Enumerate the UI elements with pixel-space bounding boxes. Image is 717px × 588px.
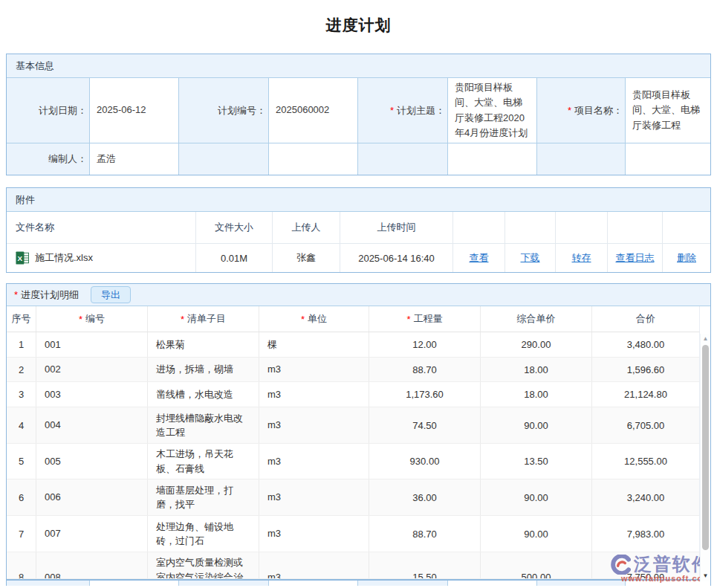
- cell-seq: 2: [7, 358, 36, 381]
- file-row-size: 0.01M: [196, 244, 273, 272]
- basic-info-header: 基本信息: [7, 54, 710, 78]
- file-row-uploader: 张鑫: [273, 244, 340, 272]
- cell-price: 13.50: [481, 444, 592, 479]
- file-action-cell: 删除: [663, 244, 710, 272]
- table-row: 8 008 室内空气质量检测或室内空气污染综合治理； m3 15.50 500.…: [7, 552, 700, 579]
- detail-table-header: 序号 * 编号 * 清单子目 * 单位 * 工程量 综合单价 合价: [7, 306, 700, 332]
- cell-code: 006: [36, 479, 148, 515]
- cell-price: 18.00: [481, 382, 592, 407]
- detail-scrollbar[interactable]: ▲ ▼: [700, 334, 710, 581]
- cell-total: 21,124.80: [592, 382, 699, 407]
- col-action-empty: [608, 212, 663, 244]
- col-file-size: 文件大小: [196, 212, 273, 244]
- cell-code: 004: [36, 407, 148, 443]
- basic-info-grid: 计划日期： 2025-06-12 计划编号： 2025060002 * 计划主题…: [7, 78, 710, 175]
- export-button[interactable]: 导出: [91, 286, 131, 303]
- cell-unit: m3: [259, 516, 369, 552]
- scrollbar-down-icon[interactable]: ▼: [701, 572, 710, 581]
- file-action-cell: 转存: [556, 244, 608, 272]
- file-action-cell: 查看日志: [608, 244, 663, 272]
- cell-seq: 8: [7, 552, 36, 579]
- file-row-name: X 施工情况.xlsx: [7, 244, 196, 272]
- cell-total: 3,480.00: [592, 332, 699, 357]
- cell-item: 室内空气质量检测或室内空气污染综合治理；: [148, 552, 259, 579]
- detail-panel: * 进度计划明细 导出 序号 * 编号 * 清单子目 * 单位 * 工程量 综合…: [6, 283, 711, 580]
- cell-qty: 74.50: [369, 407, 481, 443]
- cell-code: 007: [36, 516, 148, 552]
- col-quantity: * 工程量: [369, 306, 481, 332]
- cell-unit: m3: [259, 479, 369, 515]
- field-label-plan-number: 计划编号：: [179, 78, 269, 143]
- required-asterisk: *: [406, 314, 410, 325]
- field-label-project-name: * 项目名称：: [537, 78, 626, 143]
- empty-value-cell: [448, 143, 537, 175]
- scrollbar-thumb[interactable]: [702, 345, 709, 550]
- field-value-author: 孟浩: [90, 143, 179, 175]
- cell-price: 290.00: [481, 332, 592, 357]
- cell-qty: 36.00: [369, 479, 481, 515]
- cell-total: 6,705.00: [592, 407, 699, 443]
- cell-qty: 1,173.60: [369, 382, 481, 407]
- col-seq: 序号: [7, 306, 36, 332]
- cell-item: 进场，拆墙，砌墙: [148, 358, 259, 381]
- empty-label-cell: [179, 143, 269, 175]
- scrollbar-up-icon[interactable]: ▲: [701, 334, 710, 343]
- required-asterisk: *: [79, 314, 82, 325]
- col-action-empty: [663, 212, 710, 244]
- file-action-cell: 下载: [505, 244, 556, 272]
- attachments-panel: 附件 文件名称 文件大小 上传人 上传时间: [6, 187, 711, 273]
- cell-unit: m3: [259, 552, 369, 579]
- next-section-cutoff-row: [6, 580, 711, 586]
- file-action-cell: 查看: [453, 244, 505, 272]
- col-upload-time: 上传时间: [340, 212, 453, 244]
- col-unit: * 单位: [259, 306, 369, 332]
- field-value-plan-number: 2025060002: [269, 78, 358, 143]
- table-row: 2 002 进场，拆墙，砌墙 m3 88.70 18.00 1,596.60: [7, 358, 700, 382]
- cell-item: 凿线槽，水电改造: [148, 382, 259, 407]
- col-unit-price: 综合单价: [481, 306, 592, 332]
- cell-total: 3,240.00: [592, 479, 699, 515]
- download-link[interactable]: 下载: [521, 251, 540, 265]
- cell-unit: m3: [259, 407, 369, 443]
- field-label-author: 编制人：: [7, 143, 90, 175]
- cell-seq: 5: [7, 444, 36, 479]
- cell-code: 008: [36, 552, 148, 579]
- field-label-plan-date: 计划日期：: [7, 78, 90, 143]
- table-row: 5 005 木工进场，吊天花板、石膏线 m3 930.00 13.50 12,5…: [7, 444, 700, 479]
- empty-label-cell: [358, 143, 448, 175]
- col-item: * 清单子目: [148, 306, 259, 332]
- table-row: 1 001 松果菊 棵 12.00 290.00 3,480.00: [7, 332, 700, 358]
- col-action-empty: [505, 212, 556, 244]
- col-action-empty: [556, 212, 608, 244]
- view-link[interactable]: 查看: [470, 251, 489, 265]
- svg-text:X: X: [18, 254, 23, 262]
- cell-qty: 15.50: [369, 552, 481, 579]
- save-as-link[interactable]: 转存: [572, 251, 591, 265]
- table-row: 4 004 封埋线槽隐蔽水电改造工程 m3 74.50 90.00 6,705.…: [7, 407, 700, 444]
- attachments-table: 文件名称 文件大小 上传人 上传时间 X: [7, 212, 710, 272]
- file-row-time: 2025-06-14 16:40: [340, 244, 453, 272]
- view-log-link[interactable]: 查看日志: [616, 251, 655, 265]
- cell-code: 001: [36, 332, 148, 357]
- col-code: * 编号: [36, 306, 148, 332]
- attachments-header: 附件: [7, 188, 710, 212]
- cell-item: 处理边角、铺设地砖，过门石: [148, 516, 259, 552]
- cell-price: 90.00: [481, 479, 592, 515]
- cell-total: 12,555.00: [592, 444, 699, 479]
- cell-seq: 3: [7, 382, 36, 407]
- cell-total: 1,596.60: [592, 358, 699, 381]
- delete-link[interactable]: 删除: [677, 251, 696, 265]
- col-file-name: 文件名称: [7, 212, 196, 244]
- required-asterisk: *: [14, 289, 18, 300]
- basic-info-panel: 基本信息 计划日期： 2025-06-12 计划编号： 2025060002 *…: [6, 54, 711, 175]
- required-asterisk: *: [301, 314, 305, 325]
- cell-seq: 6: [7, 479, 36, 515]
- cell-item: 木工进场，吊天花板、石膏线: [148, 444, 259, 479]
- cell-item: 松果菊: [148, 332, 259, 357]
- empty-value-cell: [269, 143, 358, 175]
- cell-unit: m3: [259, 358, 369, 381]
- table-row: 7 007 处理边角、铺设地砖，过门石 m3 88.70 90.00 7,983…: [7, 516, 700, 552]
- cell-price: 500.00: [481, 552, 592, 579]
- cell-qty: 88.70: [369, 516, 481, 552]
- cell-item: 墙面基层处理，打磨，找平: [148, 479, 259, 515]
